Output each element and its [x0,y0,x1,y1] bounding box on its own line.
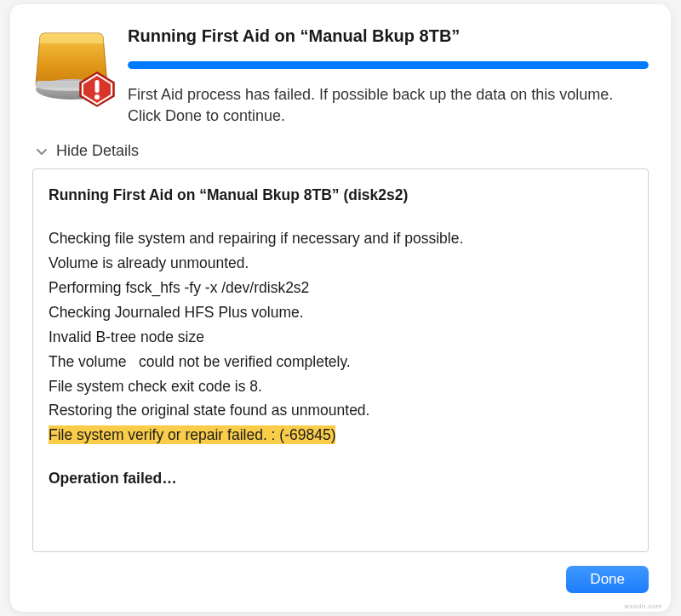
log-line: Checking Journaled HFS Plus volume. [49,300,632,325]
progress-fill [128,61,649,69]
dialog-header: Running First Aid on “Manual Bkup 8TB” F… [32,25,649,127]
log-line: Volume is already unmounted. [49,251,632,276]
log-line: The volume could not be verified complet… [49,350,632,374]
drive-icon [32,25,111,103]
alert-icon [78,71,116,108]
log-line-highlighted: File system verify or repair failed. : (… [49,423,632,448]
header-content: Running First Aid on “Manual Bkup 8TB” F… [128,25,649,127]
dialog-title: Running First Aid on “Manual Bkup 8TB” [128,26,649,46]
operation-status: Operation failed… [49,466,632,491]
chevron-down-icon [36,145,48,157]
log-line: Invalid B-tree node size [49,325,632,350]
details-toggle[interactable]: Hide Details [32,142,649,160]
log-line: File system check exit code is 8. [49,374,632,399]
dialog-footer: Done [32,566,649,593]
details-title: Running First Aid on “Manual Bkup 8TB” (… [49,183,632,208]
log-line: Restoring the original state found as un… [49,398,632,423]
details-toggle-label: Hide Details [56,142,139,160]
svg-rect-4 [95,80,100,93]
svg-point-5 [94,94,100,100]
first-aid-dialog: Running First Aid on “Manual Bkup 8TB” F… [10,4,671,612]
log-line: Checking file system and repairing if ne… [49,226,632,251]
details-log[interactable]: Running First Aid on “Manual Bkup 8TB” (… [32,168,649,552]
progress-bar [128,61,649,69]
log-line: Performing fsck_hfs -fy -x /dev/rdisk2s2 [49,276,632,300]
done-button[interactable]: Done [566,566,649,593]
watermark: wsxdn.com [624,602,662,610]
dialog-message: First Aid process has failed. If possibl… [128,84,649,127]
